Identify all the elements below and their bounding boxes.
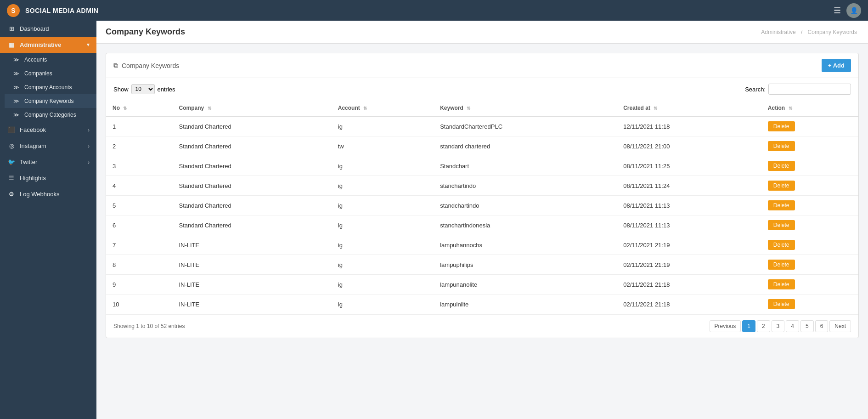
page-2-button[interactable]: 2	[757, 320, 770, 332]
content-area: ⧉ Company Keywords + Add Show 10 25 50 1…	[96, 44, 868, 347]
cell-action: Delete	[761, 235, 858, 255]
col-company[interactable]: Company ⇅	[173, 100, 332, 116]
cell-no: 1	[106, 116, 173, 136]
show-entries-control: Show 10 25 50 100 entries	[113, 84, 175, 94]
cell-no: 7	[106, 235, 173, 255]
keywords-table: No ⇅ Company ⇅ Account ⇅ Keyword ⇅ Creat…	[106, 100, 858, 314]
user-avatar[interactable]: 👤	[846, 3, 861, 18]
sidebar-twitter-label: Twitter	[20, 159, 37, 165]
sidebar-item-company-accounts[interactable]: ≫ Company Accounts	[5, 80, 96, 94]
sidebar-item-instagram[interactable]: ◎ Instagram ›	[0, 138, 96, 154]
col-account[interactable]: Account ⇅	[332, 100, 434, 116]
sidebar-item-highlights[interactable]: ☰ Highlights	[0, 170, 96, 186]
page-4-button[interactable]: 4	[786, 320, 799, 332]
main-content: Company Keywords Administrative / Compan…	[96, 21, 868, 419]
cell-created-at: 02/11/2021 21:18	[617, 275, 761, 294]
delete-button[interactable]: Delete	[768, 181, 795, 191]
administrative-submenu: ≫ Accounts ≫ Companies ≫ Company Account…	[0, 53, 96, 122]
delete-button[interactable]: Delete	[768, 240, 795, 250]
cell-account: ig	[332, 196, 434, 215]
cell-action: Delete	[761, 176, 858, 196]
col-action[interactable]: Action ⇅	[761, 100, 858, 116]
delete-button[interactable]: Delete	[768, 299, 795, 309]
sidebar-accounts-label: Accounts	[24, 57, 47, 63]
cell-company: IN-LITE	[173, 255, 332, 275]
cell-created-at: 02/11/2021 21:19	[617, 235, 761, 255]
table-row: 5 Standard Chartered ig standchartindo 0…	[106, 196, 858, 215]
sidebar-item-accounts[interactable]: ≫ Accounts	[5, 53, 96, 67]
sidebar-company-accounts-label: Company Accounts	[24, 84, 72, 91]
prev-page-button[interactable]: Previous	[710, 320, 741, 332]
page-1-button[interactable]: 1	[742, 320, 755, 332]
cell-company: Standard Chartered	[173, 215, 332, 235]
cell-company: IN-LITE	[173, 235, 332, 255]
twitter-chevron-icon: ›	[88, 159, 90, 165]
entries-select[interactable]: 10 25 50 100	[131, 84, 155, 94]
cell-company: Standard Chartered	[173, 136, 332, 156]
dashboard-icon: ⊞	[7, 25, 16, 32]
cell-action: Delete	[761, 116, 858, 136]
table-header: No ⇅ Company ⇅ Account ⇅ Keyword ⇅ Creat…	[106, 100, 858, 116]
cell-account: ig	[332, 255, 434, 275]
sidebar-item-facebook[interactable]: ⬛ Facebook ›	[0, 122, 96, 138]
sort-icon-keyword: ⇅	[467, 106, 470, 111]
page-3-button[interactable]: 3	[772, 320, 785, 332]
sidebar-item-companies[interactable]: ≫ Companies	[5, 67, 96, 80]
sidebar-highlights-label: Highlights	[20, 175, 46, 181]
sidebar-item-company-categories[interactable]: ≫ Company Categories	[5, 108, 96, 122]
sidebar-item-administrative[interactable]: ▦ Administrative ▾	[0, 37, 96, 53]
page-6-button[interactable]: 6	[815, 320, 829, 332]
delete-button[interactable]: Delete	[768, 220, 795, 230]
col-created-at[interactable]: Created at ⇅	[617, 100, 761, 116]
sidebar-item-company-keywords[interactable]: ≫ Company Keywords	[5, 94, 96, 108]
delete-button[interactable]: Delete	[768, 141, 795, 151]
sidebar-log-webhooks-label: Log Webhooks	[20, 191, 60, 198]
cell-company: Standard Chartered	[173, 116, 332, 136]
page-title: Company Keywords	[106, 27, 185, 37]
col-no[interactable]: No ⇅	[106, 100, 173, 116]
search-input[interactable]	[768, 84, 851, 95]
app-logo: S	[7, 4, 20, 17]
cell-company: IN-LITE	[173, 294, 332, 314]
cell-no: 3	[106, 156, 173, 176]
pagination-controls: Previous 1 2 3 4 5 6 Next	[710, 320, 851, 332]
cell-company: Standard Chartered	[173, 156, 332, 176]
cell-keyword: StandardCharteredPLC	[434, 116, 617, 136]
cell-action: Delete	[761, 136, 858, 156]
add-button[interactable]: + Add	[822, 59, 851, 72]
next-page-button[interactable]: Next	[829, 320, 851, 332]
sidebar-company-categories-label: Company Categories	[24, 112, 76, 118]
company-keywords-arrow-icon: ≫	[11, 98, 21, 104]
cell-action: Delete	[761, 215, 858, 235]
sort-icon-no: ⇅	[123, 106, 127, 111]
sort-icon-action: ⇅	[789, 106, 792, 111]
search-box: Search:	[745, 84, 851, 95]
sidebar-item-dashboard[interactable]: ⊞ Dashboard	[0, 21, 96, 37]
sort-icon-account: ⇅	[363, 106, 367, 111]
sidebar-item-log-webhooks[interactable]: ⚙ Log Webhooks	[0, 186, 96, 202]
cell-no: 2	[106, 136, 173, 156]
table-row: 6 Standard Chartered ig stanchartindones…	[106, 215, 858, 235]
delete-button[interactable]: Delete	[768, 260, 795, 270]
delete-button[interactable]: Delete	[768, 161, 795, 171]
delete-button[interactable]: Delete	[768, 279, 795, 289]
card-title-text: Company Keywords	[122, 62, 179, 69]
page-5-button[interactable]: 5	[800, 320, 814, 332]
cell-account: ig	[332, 215, 434, 235]
delete-button[interactable]: Delete	[768, 200, 795, 210]
table-row: 7 IN-LITE ig lampuhannochs 02/11/2021 21…	[106, 235, 858, 255]
cell-action: Delete	[761, 275, 858, 294]
sidebar-item-twitter[interactable]: 🐦 Twitter ›	[0, 154, 96, 170]
table-controls: Show 10 25 50 100 entries Search:	[106, 78, 858, 100]
sort-icon-company: ⇅	[208, 106, 211, 111]
cell-created-at: 08/11/2021 11:13	[617, 196, 761, 215]
sidebar-companies-label: Companies	[24, 70, 52, 77]
delete-button[interactable]: Delete	[768, 121, 795, 131]
cell-account: ig	[332, 294, 434, 314]
card-header: ⧉ Company Keywords + Add	[106, 53, 858, 78]
cell-no: 4	[106, 176, 173, 196]
col-keyword[interactable]: Keyword ⇅	[434, 100, 617, 116]
cell-keyword: standard chartered	[434, 136, 617, 156]
hamburger-icon[interactable]: ☰	[834, 6, 841, 16]
card-header-title: ⧉ Company Keywords	[113, 62, 179, 69]
